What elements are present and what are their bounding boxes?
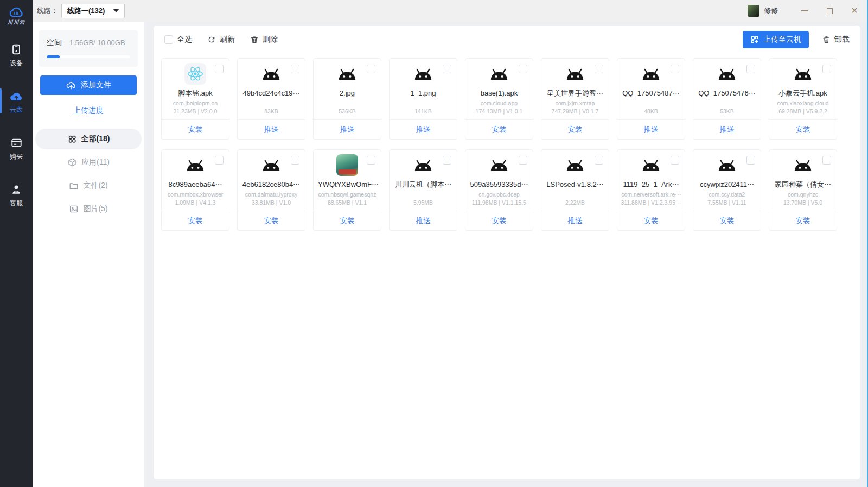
trash-icon: [250, 35, 259, 44]
file-action-button[interactable]: 安装: [238, 211, 305, 230]
user-area[interactable]: 修修: [748, 5, 778, 17]
file-name: YWQtYXBwOmF⋯: [314, 180, 381, 189]
file-meta: 69.28MB | V5.9.2.2: [769, 107, 837, 115]
android-icon: [793, 67, 813, 82]
file-checkbox[interactable]: [519, 65, 527, 73]
category-item-3[interactable]: 图片(5): [35, 199, 142, 219]
select-all-checkbox[interactable]: [164, 35, 173, 44]
file-checkbox[interactable]: [291, 65, 299, 73]
line-select[interactable]: 线路一(132): [61, 4, 125, 18]
sidebar-item-0[interactable]: 设备: [0, 39, 33, 72]
file-checkbox[interactable]: [443, 156, 451, 165]
file-action-button[interactable]: 安装: [541, 119, 609, 139]
refresh-button[interactable]: 刷新: [207, 35, 235, 45]
file-checkbox[interactable]: [671, 156, 679, 165]
file-checkbox[interactable]: [746, 156, 755, 165]
file-checkbox[interactable]: [519, 156, 527, 165]
titlebar: 线路： 线路一(132) 修修 ✕: [33, 0, 867, 22]
file-package: com.jbolplopm.on: [162, 100, 229, 107]
file-checkbox[interactable]: [746, 65, 755, 73]
file-package: com.jxjm.xmtap: [541, 100, 609, 107]
cloud-disk-icon: [9, 90, 23, 103]
select-all-control[interactable]: 全选: [164, 35, 192, 45]
file-action-button[interactable]: 安装: [162, 211, 229, 230]
rail-nav: 设备云盘购买客服: [0, 39, 33, 212]
file-action-button[interactable]: 推送: [238, 119, 305, 139]
file-meta: 311.88MB | V1.2.3.95⋯: [617, 199, 685, 206]
file-card: 小象云手机.apkcom.xiaoxiang.cloud69.28MB | V5…: [769, 58, 837, 140]
file-action-button[interactable]: 安装: [465, 119, 533, 139]
file-name: 小象云手机.apk: [769, 88, 837, 98]
file-action-button[interactable]: 安装: [162, 119, 229, 139]
upload-progress-link[interactable]: 上传进度: [33, 106, 144, 116]
android-icon: [565, 159, 585, 173]
file-checkbox[interactable]: [822, 156, 831, 165]
file-folder-icon: [69, 181, 79, 191]
file-name: 509a35593335d⋯: [465, 180, 533, 189]
minimize-button[interactable]: [792, 3, 817, 19]
file-action-button[interactable]: 推送: [390, 119, 457, 139]
file-meta: 747.29MB | V0.1.7: [541, 107, 609, 115]
file-package: [693, 100, 761, 107]
file-checkbox[interactable]: [367, 65, 375, 73]
android-icon: [565, 67, 585, 82]
file-checkbox[interactable]: [595, 156, 603, 165]
file-checkbox[interactable]: [215, 156, 224, 165]
file-checkbox[interactable]: [822, 65, 831, 73]
storage-box: 空间 1.56GB/ 10.00GB: [39, 30, 138, 67]
file-package: com.nbsqwl.gamesqhz: [314, 191, 381, 198]
file-name: 川川云机（脚本⋯: [390, 180, 457, 189]
category-item-2[interactable]: 文件(2): [35, 175, 142, 196]
file-action-button[interactable]: 推送: [693, 119, 761, 139]
file-name: 2.jpg: [314, 88, 381, 98]
file-action-button[interactable]: 推送: [314, 119, 381, 139]
sidebar-item-1[interactable]: 云盘: [0, 86, 33, 118]
file-meta: 2.22MB: [541, 199, 609, 206]
file-checkbox[interactable]: [215, 65, 224, 73]
file-name: QQ_175075476⋯: [693, 88, 761, 98]
category-item-1[interactable]: 应用(11): [35, 152, 142, 173]
category-item-0[interactable]: 全部(18): [35, 129, 142, 149]
file-package: com.ccy.data2: [693, 191, 761, 198]
file-action-button[interactable]: 安装: [693, 211, 761, 230]
close-icon: ✕: [851, 7, 858, 15]
purchase-card-icon: [10, 136, 23, 149]
file-action-button[interactable]: 安装: [465, 211, 533, 230]
file-name: 脚本铭.apk: [162, 88, 229, 98]
file-action-button[interactable]: 推送: [617, 119, 685, 139]
file-meta: 111.98MB | V1.1.15.5: [465, 199, 533, 206]
left-panel: 空间 1.56GB/ 10.00GB 添加文件 上传进度 全部(18)应用(11…: [33, 22, 144, 487]
file-action-button[interactable]: 安装: [769, 211, 837, 230]
file-card: 509a35593335d⋯cn.gov.pbc.dcep111.98MB | …: [465, 149, 533, 231]
sidebar-rail: 川川云 设备云盘购买客服: [0, 0, 33, 487]
line-label: 线路：: [37, 6, 58, 16]
file-package: com.xiaoxiang.cloud: [769, 100, 837, 107]
file-checkbox[interactable]: [291, 156, 299, 165]
sidebar-item-2[interactable]: 购买: [0, 132, 33, 165]
file-action-button[interactable]: 安装: [769, 119, 837, 139]
file-action-button[interactable]: 安装: [314, 211, 381, 230]
sidebar-item-3[interactable]: 客服: [0, 179, 33, 212]
file-action-button[interactable]: 安装: [617, 211, 685, 230]
add-file-button[interactable]: 添加文件: [40, 75, 137, 95]
file-meta: 88.65MB | V1.1: [314, 199, 381, 206]
game-icon: [336, 154, 358, 176]
upload-to-cloud-button[interactable]: 上传至云机: [743, 31, 809, 48]
file-action-button[interactable]: 推送: [390, 211, 457, 230]
file-action-button[interactable]: 推送: [541, 211, 609, 230]
device-phone-icon: [10, 43, 22, 56]
file-checkbox[interactable]: [367, 156, 375, 165]
file-checkbox[interactable]: [595, 65, 603, 73]
maximize-button[interactable]: [817, 3, 842, 19]
close-button[interactable]: ✕: [842, 3, 867, 19]
toolbar: 全选 刷新 删除: [154, 26, 860, 54]
android-icon: [489, 159, 509, 173]
delete-button[interactable]: 删除: [250, 35, 278, 45]
file-card: 49b4cd24c4c19⋯83KB推送: [237, 58, 305, 140]
file-card: base(1).apkcom.cloud.app174.13MB | V1.0.…: [465, 58, 533, 140]
file-checkbox[interactable]: [443, 65, 451, 73]
android-icon: [413, 67, 433, 82]
file-checkbox[interactable]: [671, 65, 679, 73]
add-file-label: 添加文件: [81, 80, 111, 90]
uninstall-button[interactable]: 卸载: [822, 35, 850, 45]
